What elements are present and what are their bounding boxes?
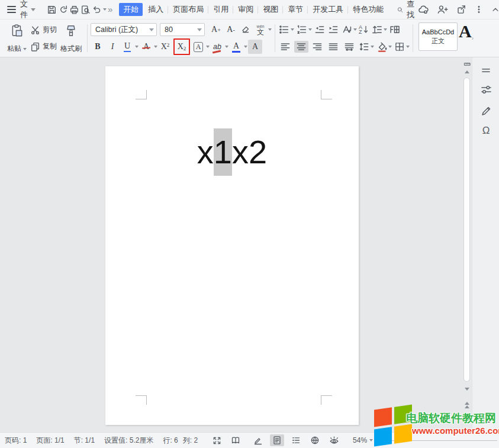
quick-access-more-button[interactable]: » [108,4,112,14]
font-color-dropdown-arrow-icon[interactable] [244,46,247,48]
align-right-button[interactable] [310,41,324,53]
export-pdf-button[interactable] [57,2,69,17]
paragraph-layout-button[interactable] [371,24,387,36]
status-column[interactable]: 列: 2 [183,436,202,446]
tab-view[interactable]: 视图 [259,3,282,16]
tab-special-features[interactable]: 特色功能 [349,3,388,16]
scroll-down-button[interactable] [462,388,472,391]
highlight-dropdown-arrow-icon[interactable] [225,46,228,48]
highlight-color-button[interactable]: ab [210,40,228,54]
status-setting-value[interactable]: 设置值: 5.2厘米 [99,436,158,446]
decrease-indent-button[interactable] [314,24,326,36]
subscript-button[interactable]: X2 [175,40,189,54]
paste-dropdown-arrow-icon[interactable] [23,48,27,50]
superscript-button[interactable]: X2 [158,40,172,54]
print-preview-button[interactable] [80,2,91,17]
select-browse-object-button[interactable] [462,417,472,421]
font-name-dropdown-arrow-icon[interactable] [149,28,154,31]
underline-button[interactable]: U [120,40,139,54]
style-normal-button[interactable]: AaBbCcDd 正文 [418,22,458,51]
scrollbar-thumb[interactable] [463,78,470,382]
style-next-button[interactable]: A [459,21,472,55]
ruler-toggle-button[interactable] [462,60,472,68]
panel-settings-button[interactable] [472,83,499,96]
panel-pen-button[interactable] [472,105,499,117]
bold-button[interactable]: B [91,40,105,54]
document-page[interactable]: x 1 x2 [105,66,359,425]
previous-page-button[interactable] [462,402,472,408]
clear-format-button[interactable] [239,22,253,37]
tab-reference[interactable]: 引用 [209,3,233,16]
shading-dropdown-arrow-icon[interactable] [388,46,392,48]
copy-button[interactable]: 复制 [30,39,57,54]
italic-button[interactable]: I [105,40,120,54]
search-box[interactable]: 查找 [397,0,417,20]
share-icon[interactable] [455,4,467,15]
pinyin-dropdown-arrow-icon[interactable] [268,28,272,31]
outline-view-button[interactable] [289,434,303,446]
sort-button[interactable]: A Z [359,24,369,36]
zoom-slider[interactable] [388,440,497,441]
status-page-count[interactable]: 页面: 1/1 [31,436,69,446]
numbering-button[interactable] [296,24,312,36]
decrease-font-button[interactable]: A- [224,22,238,37]
text-direction-button[interactable] [341,24,357,36]
print-button[interactable] [69,2,80,17]
increase-indent-button[interactable] [327,24,339,36]
justify-button[interactable] [326,41,340,53]
pinyin-guide-button[interactable]: wén 文 [253,22,272,37]
tab-home[interactable]: 开始 [119,3,143,16]
status-section[interactable]: 节: 1/1 [69,436,99,446]
numbering-dropdown-arrow-icon[interactable] [308,28,312,31]
borders-dropdown-arrow-icon[interactable] [406,46,410,48]
undo-dropdown-arrow-icon[interactable] [103,8,107,11]
borders-button[interactable] [394,41,410,53]
strikethrough-button[interactable]: A [139,40,157,54]
save-button[interactable] [46,2,57,17]
undo-button[interactable] [91,2,102,17]
edit-mode-button[interactable] [251,434,265,446]
paste-button[interactable]: 粘贴 [5,21,29,55]
book-view-button[interactable] [228,434,243,446]
text-effects-button[interactable]: A [191,40,210,54]
font-size-combo[interactable]: 80 [160,23,205,36]
invite-user-icon[interactable] [436,4,448,15]
tab-review[interactable]: 审阅 [234,3,257,16]
bullets-button[interactable] [278,24,294,36]
zoom-level-button[interactable]: 54% [353,436,373,444]
tab-table-button[interactable] [389,24,401,36]
page-view-button[interactable] [270,434,284,446]
font-color-button[interactable]: A [229,40,247,54]
strikethrough-dropdown-arrow-icon[interactable] [154,46,157,48]
underline-dropdown-arrow-icon[interactable] [135,46,139,48]
increase-font-button[interactable]: A+ [209,22,223,37]
vertical-scrollbar[interactable] [462,57,472,432]
character-shading-button[interactable]: A [248,40,262,54]
bullets-dropdown-arrow-icon[interactable] [291,28,294,31]
cut-button[interactable]: 剪切 [30,22,57,37]
tab-page-layout[interactable]: 页面布局 [169,3,208,16]
tab-section[interactable]: 章节 [284,3,307,16]
text-direction-dropdown-arrow-icon[interactable] [353,28,357,31]
styles-gallery-chevron-icon[interactable]: › [472,35,474,41]
scroll-up-button[interactable] [462,70,472,73]
text-effects-dropdown-arrow-icon[interactable] [206,46,210,48]
file-menu-button[interactable]: 文件 [20,0,36,20]
shading-button[interactable] [376,41,392,53]
web-view-button[interactable] [308,434,322,446]
tab-developer[interactable]: 开发工具 [308,3,347,16]
line-spacing-button[interactable] [358,41,374,53]
format-painter-button[interactable]: 格式刷 [58,21,84,55]
zoom-dropdown-arrow-icon[interactable] [369,439,373,441]
panel-symbol-button[interactable]: Ω [472,125,499,137]
zoom-out-button[interactable]: − [376,436,384,446]
align-center-button[interactable] [294,41,308,53]
font-size-dropdown-arrow-icon[interactable] [197,28,202,31]
paragraph-layout-dropdown-arrow-icon[interactable] [384,28,387,31]
more-options-icon[interactable] [474,5,484,14]
document-text-line[interactable]: x 1 x2 [105,128,359,176]
main-menu-icon[interactable] [7,6,16,13]
status-line[interactable]: 行: 6 [158,436,182,446]
font-name-combo[interactable]: Calibri (正文) [91,23,157,36]
distribute-button[interactable] [342,41,356,53]
